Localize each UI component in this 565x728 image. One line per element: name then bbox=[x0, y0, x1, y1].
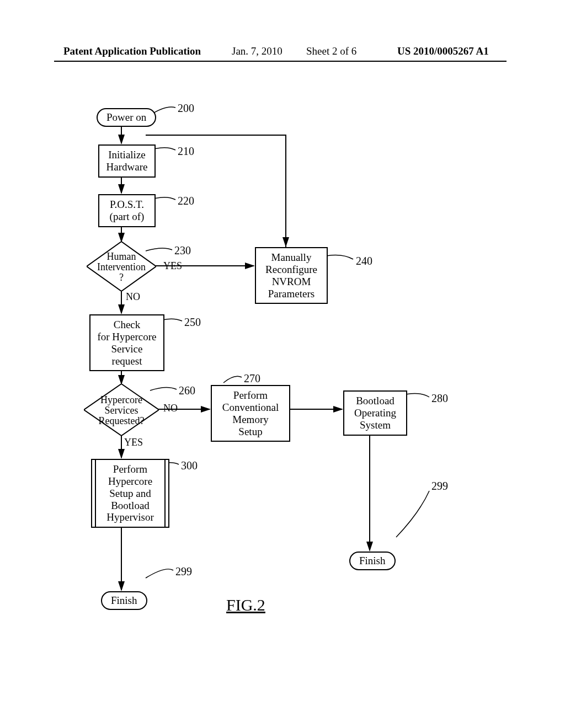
node-text: Finish bbox=[111, 595, 137, 606]
header-rule bbox=[54, 61, 507, 62]
node-text: Perform Hypercore Setup and Bootload Hyp… bbox=[106, 463, 153, 523]
node-finish-right: Finish bbox=[349, 552, 396, 570]
ref-250: 250 bbox=[184, 316, 201, 329]
ref-260: 260 bbox=[179, 384, 195, 397]
node-hypercore-setup: Perform Hypercore Setup and Bootload Hyp… bbox=[91, 459, 169, 528]
ref-299b: 299 bbox=[431, 480, 448, 493]
ref-270: 270 bbox=[244, 372, 260, 385]
node-text: Manually Reconfigure NVROM Parameters bbox=[265, 251, 317, 299]
sheet-number: Sheet 2 of 6 bbox=[306, 45, 356, 57]
node-post: P.O.S.T. (part of) bbox=[98, 194, 156, 227]
node-text: Power on bbox=[106, 111, 146, 123]
node-text: Initialize Hardware bbox=[106, 149, 148, 173]
ref-299a: 299 bbox=[175, 565, 192, 578]
publication-number: US 2010/0005267 A1 bbox=[397, 45, 489, 57]
node-text: Finish bbox=[359, 555, 386, 566]
ref-200: 200 bbox=[178, 102, 194, 115]
node-finish-left: Finish bbox=[101, 591, 147, 610]
figure-caption: FIG.2 bbox=[226, 596, 265, 614]
label-no-260: NO bbox=[163, 403, 178, 414]
flowchart-canvas: Power on 200 Initialize Hardware 210 P.O… bbox=[0, 83, 565, 689]
node-human-intervention: HumanIntervention? bbox=[87, 242, 156, 291]
node-power-on: Power on bbox=[97, 108, 156, 127]
label-yes-230: YES bbox=[163, 260, 182, 272]
ref-230: 230 bbox=[174, 244, 191, 257]
ref-210: 210 bbox=[178, 145, 194, 158]
node-text: Check for Hypercore Service request bbox=[97, 319, 156, 367]
ref-280: 280 bbox=[431, 392, 448, 405]
node-text: Perform Conventional Memory Setup bbox=[222, 389, 279, 437]
node-bootload-os: Bootload Operating System bbox=[343, 390, 407, 436]
ref-220: 220 bbox=[178, 195, 194, 207]
node-text: HumanIntervention? bbox=[87, 251, 156, 283]
node-conventional-memory: Perform Conventional Memory Setup bbox=[211, 385, 290, 442]
node-text: P.O.S.T. (part of) bbox=[110, 199, 145, 222]
node-initialize-hardware: Initialize Hardware bbox=[98, 144, 156, 178]
node-text: HypercoreServicesRequested? bbox=[84, 395, 159, 426]
node-text: Bootload Operating System bbox=[354, 395, 396, 431]
label-no-230: NO bbox=[126, 291, 140, 303]
ref-300: 300 bbox=[181, 459, 198, 472]
label-yes-260: YES bbox=[124, 437, 143, 448]
ref-240: 240 bbox=[356, 255, 372, 267]
node-check-hypercore: Check for Hypercore Service request bbox=[89, 314, 164, 371]
node-hypercore-requested: HypercoreServicesRequested? bbox=[84, 384, 159, 436]
node-manually-reconfigure: Manually Reconfigure NVROM Parameters bbox=[255, 247, 328, 304]
publication-type: Patent Application Publication bbox=[63, 45, 201, 57]
publication-date: Jan. 7, 2010 bbox=[232, 45, 282, 57]
